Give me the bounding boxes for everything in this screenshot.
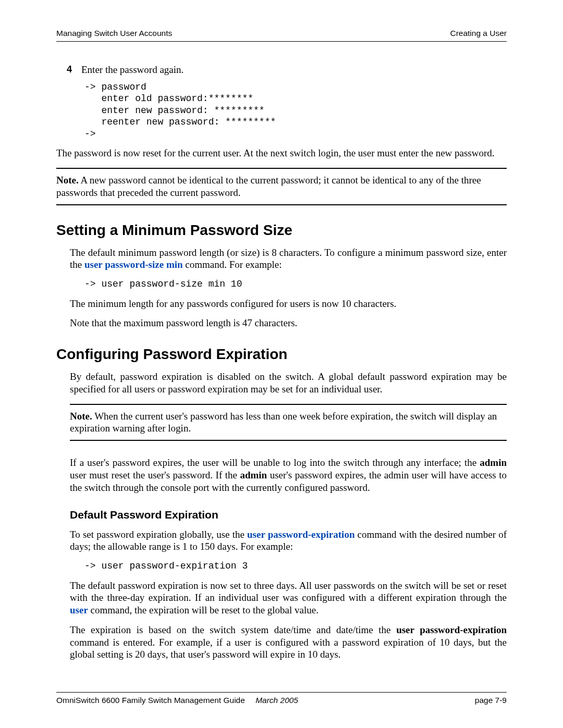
text-fragment: command. For example: [183, 259, 282, 270]
footer-left: OmniSwitch 6600 Family Switch Management… [56, 696, 298, 705]
page-header: Managing Switch User Accounts Creating a… [56, 29, 507, 42]
note-label: Note. [70, 411, 92, 422]
text-fragment: The expiration is based on the switch sy… [70, 624, 396, 635]
note-password-rules: Note. A new password cannot be identical… [56, 168, 507, 205]
footer-page: page 7-9 [475, 696, 507, 705]
text-fragment: command is entered. For example, if a us… [70, 637, 507, 660]
bold-user-password-expiration: user password-expiration [396, 624, 507, 635]
link-user-password-expiration[interactable]: user password-expiration [247, 529, 354, 540]
text-fragment: command, the expiration will be reset to… [88, 604, 319, 615]
para-expiration-basis: The expiration is based on the switch sy… [70, 624, 507, 661]
code-password-size-min: -> user password-size min 10 [84, 278, 507, 290]
para-default-exp-set: The default password expiration is now s… [70, 579, 507, 616]
footer-title: OmniSwitch 6600 Family Switch Management… [56, 696, 245, 705]
step-4: 4 Enter the password again. [56, 64, 507, 76]
para-admin-expiration: If a user's password expires, the user w… [70, 456, 507, 493]
heading-min-password-size: Setting a Minimum Password Size [56, 221, 507, 239]
para-min-length-now: The minimum length for any passwords con… [70, 298, 507, 310]
para-password-reset: The password is now reset for the curren… [56, 147, 507, 159]
text-fragment: user must reset the user's password. If … [70, 470, 240, 480]
code-password-expiration: -> user password-expiration 3 [84, 560, 507, 572]
page-footer: OmniSwitch 6600 Family Switch Management… [56, 692, 507, 705]
note-expiration-warning: Note. When the current user's password h… [70, 404, 507, 441]
footer-date: March 2005 [255, 696, 298, 705]
code-password-prompt: -> password enter old password:******** … [84, 81, 507, 140]
step-number: 4 [67, 64, 74, 76]
note-text: When the current user's password has les… [70, 411, 497, 434]
para-max-length: Note that the maximum password length is… [70, 317, 507, 329]
para-expiration-intro: By default, password expiration is disab… [70, 371, 507, 396]
text-fragment: The default password expiration is now s… [70, 580, 507, 603]
link-user-command[interactable]: user [70, 604, 88, 615]
bold-admin: admin [480, 457, 507, 468]
text-fragment: If a user's password expires, the user w… [70, 457, 480, 468]
para-default-exp-intro: To set password expiration globally, use… [70, 528, 507, 553]
link-user-password-size-min[interactable]: user password-size min [84, 259, 183, 270]
text-fragment: To set password expiration globally, use… [70, 529, 247, 540]
header-left: Managing Switch User Accounts [56, 29, 172, 38]
heading-password-expiration: Configuring Password Expiration [56, 345, 507, 363]
heading-default-expiration: Default Password Expiration [70, 508, 507, 522]
page: Managing Switch User Accounts Creating a… [0, 0, 563, 728]
header-right: Creating a User [450, 29, 507, 38]
note-label: Note. [56, 175, 79, 186]
note-text: A new password cannot be identical to th… [56, 175, 481, 198]
bold-admin: admin [240, 470, 267, 480]
step-text: Enter the password again. [81, 64, 183, 76]
content: 4 Enter the password again. -> password … [56, 42, 507, 661]
para-min-size-intro: The default minimum password length (or … [70, 246, 507, 272]
